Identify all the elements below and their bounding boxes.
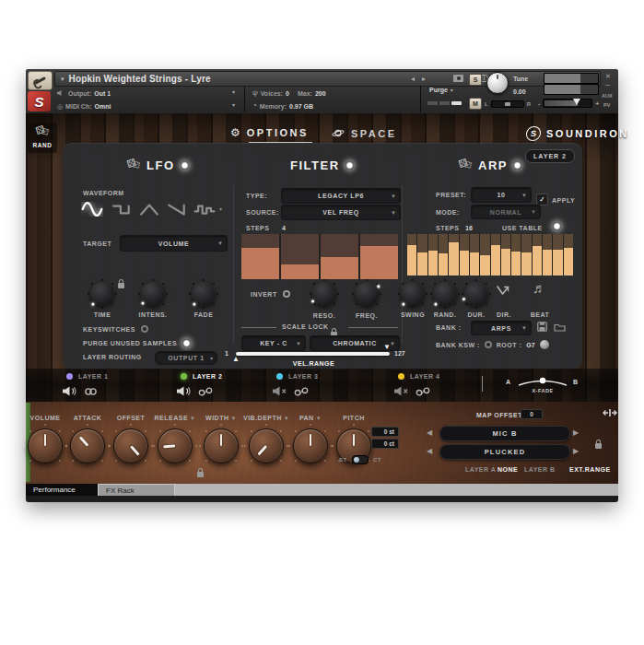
filter-step-cell-4[interactable]: [360, 234, 398, 279]
wood-knob[interactable]: [293, 428, 328, 463]
max-value[interactable]: 200: [315, 90, 326, 97]
knob-group-attack[interactable]: ATTACK: [64, 407, 111, 463]
pitch-semitone-box[interactable]: 0 st: [371, 427, 399, 437]
duration-knob[interactable]: [464, 282, 488, 306]
prev-instrument-icon[interactable]: ◂: [411, 76, 415, 83]
filter-type-dropdown[interactable]: LEGACY LP6▼: [281, 188, 401, 204]
keyswitches-led[interactable]: [141, 325, 148, 333]
pitch-cent-box[interactable]: 0 ct: [371, 439, 399, 449]
filter-step-cell-2[interactable]: [281, 234, 319, 279]
knob-dropdown-caret-icon[interactable]: ▼: [190, 416, 195, 421]
articulation-prev-arrow[interactable]: ◀: [427, 448, 432, 455]
randomize-button[interactable]: ⚄⚂ RAND: [28, 123, 57, 153]
link-broken-icon[interactable]: [198, 383, 213, 400]
swing-knob[interactable]: [401, 282, 425, 306]
minimize-icon[interactable]: ─: [605, 82, 610, 88]
volume-plus[interactable]: +: [595, 100, 599, 107]
wood-knob[interactable]: [28, 428, 63, 463]
mic-selector[interactable]: MIC B: [439, 426, 570, 441]
lfo-dice-icon[interactable]: ⚄⚂: [127, 159, 141, 171]
link-broken-icon[interactable]: [294, 383, 309, 400]
selector-lock-icon[interactable]: [595, 443, 602, 449]
link-broken-icon[interactable]: [416, 383, 430, 400]
knob-dropdown-caret-icon[interactable]: ▼: [316, 416, 322, 421]
vel-range-min-handle[interactable]: ▲: [232, 356, 240, 363]
purge-unused-led[interactable]: [182, 339, 191, 347]
layer-routing-dropdown[interactable]: OUTPUT 1▾: [155, 351, 217, 365]
purge-control[interactable]: Purge ▾: [429, 87, 453, 93]
mute-button[interactable]: M: [469, 98, 482, 110]
knob-group-vib-depth[interactable]: VIB.DEPTH▼: [243, 407, 289, 463]
speaker-muted-icon[interactable]: [394, 383, 409, 400]
knob-group-release[interactable]: RELEASE▼: [152, 407, 198, 463]
knob-group-offset[interactable]: OFFSET: [108, 407, 154, 463]
mic-next-arrow[interactable]: ▶: [573, 429, 579, 437]
arp-step-cell-9[interactable]: [491, 234, 500, 276]
arp-step-cell-6[interactable]: [460, 234, 469, 276]
arp-step-cell-10[interactable]: [501, 234, 510, 276]
bank-save-icon[interactable]: [537, 322, 547, 332]
waveform-triangle-icon[interactable]: [139, 202, 159, 217]
layer-b-button[interactable]: LAYER B: [524, 466, 556, 473]
purge-unused-control[interactable]: PURGE UNUSED SAMPLES: [83, 339, 191, 347]
articulation-selector[interactable]: PLUCKED: [439, 444, 570, 460]
arp-power-led[interactable]: [513, 161, 521, 170]
arp-step-cell-12[interactable]: [521, 234, 531, 276]
resonance-knob[interactable]: [312, 282, 336, 306]
arp-step-cell-3[interactable]: [428, 234, 438, 276]
bank-ksw-led[interactable]: [485, 341, 492, 348]
arp-step-cell-7[interactable]: [470, 234, 479, 276]
mic-prev-arrow[interactable]: ◀: [427, 429, 432, 437]
filter-step-cell-1[interactable]: [241, 234, 279, 279]
keyswitches-control[interactable]: KEYSWITCHES: [83, 325, 148, 333]
arp-step-cell-2[interactable]: [417, 234, 427, 276]
filter-power-led[interactable]: [345, 161, 354, 170]
arp-step-table[interactable]: [407, 234, 573, 276]
solo-button[interactable]: S: [469, 74, 482, 86]
release-lock-icon[interactable]: [197, 472, 204, 477]
snapshot-camera-icon[interactable]: [453, 75, 463, 82]
output-row[interactable]: Output: Out 1: [57, 88, 111, 99]
arp-dice-icon[interactable]: ⚄⚂: [459, 159, 473, 171]
waveform-sine-icon[interactable]: [81, 202, 103, 217]
vel-range-slider[interactable]: [236, 352, 390, 356]
toggle-knob[interactable]: [354, 457, 359, 463]
speaker-muted-icon[interactable]: [273, 383, 287, 400]
ext-range-button[interactable]: EXT.RANGE: [569, 466, 611, 473]
random-knob[interactable]: [433, 282, 457, 306]
key-dropdown[interactable]: KEY - C▼: [241, 335, 306, 351]
arp-step-cell-4[interactable]: [439, 234, 448, 276]
time-knob[interactable]: [90, 282, 114, 306]
articulation-next-arrow[interactable]: ▶: [573, 448, 579, 455]
fade-knob[interactable]: [192, 282, 216, 306]
bank-dropdown[interactable]: ARPS▼: [471, 321, 532, 335]
output-value[interactable]: Out 1: [94, 90, 111, 97]
filter-source-dropdown[interactable]: VEL FREQ▼: [281, 205, 401, 220]
arp-step-cell-16[interactable]: [564, 234, 573, 276]
output-caret-icon[interactable]: ▾: [232, 89, 235, 95]
arp-step-cell-8[interactable]: [480, 234, 489, 276]
knob-dropdown-caret-icon[interactable]: ▼: [231, 416, 237, 421]
collapse-caret-icon[interactable]: ▾: [61, 76, 64, 82]
map-offset-box[interactable]: 0: [521, 409, 543, 419]
vel-range-max-handle[interactable]: ▼: [383, 344, 391, 351]
none-button[interactable]: NONE: [498, 466, 518, 473]
volume-slider-handle[interactable]: [573, 99, 580, 105]
arp-direction-icon[interactable]: [497, 285, 511, 297]
volume-slider[interactable]: [543, 99, 592, 108]
waveform-saw-icon[interactable]: [167, 202, 187, 217]
root-value[interactable]: G7: [526, 342, 534, 348]
pv-label[interactable]: pv: [603, 102, 610, 108]
st-ct-toggle[interactable]: [352, 455, 369, 464]
arp-step-cell-5[interactable]: [449, 234, 458, 276]
midi-value[interactable]: Omni: [95, 103, 111, 110]
layer-item-4[interactable]: LAYER 4: [398, 372, 439, 400]
pan-slider[interactable]: [491, 100, 524, 108]
volume-minus[interactable]: -: [538, 100, 540, 107]
filter-step-table[interactable]: [241, 234, 398, 279]
globe-icon[interactable]: [540, 340, 549, 349]
xfade-slider[interactable]: [516, 375, 569, 388]
knob-group-pan[interactable]: PAN▼: [287, 407, 334, 463]
time-lock-icon[interactable]: [118, 283, 124, 288]
speaker-on-icon[interactable]: [177, 383, 192, 400]
